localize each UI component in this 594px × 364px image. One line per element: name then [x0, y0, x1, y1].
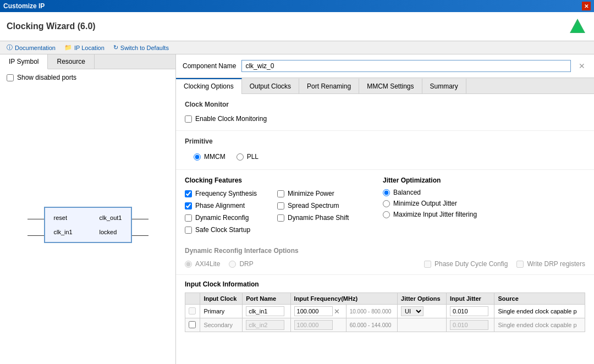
primary-input-clock-cell: Primary [200, 305, 243, 318]
primary-checkbox-cell [185, 305, 200, 318]
tab-ip-symbol[interactable]: IP Symbol [0, 54, 48, 69]
secondary-input-clock-cell: Secondary [200, 318, 243, 332]
table-row: Secondary 60.000 - 144.000 [185, 318, 585, 332]
dynamic-phase-shift-checkbox[interactable] [277, 214, 284, 222]
show-disabled-label: Show disabled ports [17, 74, 76, 81]
ip-location-button[interactable]: 📁 IP Location [64, 44, 105, 51]
app-logo [568, 16, 587, 36]
app-header: Clocking Wizard (6.0) [0, 12, 594, 41]
secondary-freq-range-cell: 60.000 - 144.000 [346, 318, 397, 332]
drp-label: DRP [239, 260, 253, 268]
tab-mmcm-settings[interactable]: MMCM Settings [359, 78, 422, 93]
clocking-features-col: Clocking Features Frequency Synthesis Mi… [176, 170, 374, 241]
mmcm-radio[interactable] [194, 153, 201, 161]
phase-alignment-label: Phase Alignment [195, 202, 245, 209]
switch-to-defaults-label: Switch to Defaults [120, 45, 169, 51]
close-button[interactable]: ✕ [582, 2, 591, 10]
symbol-area: reset clk_in1 clk_out1 [0, 86, 175, 364]
minimize-power-checkbox[interactable] [277, 190, 284, 197]
documentation-label: Documentation [15, 45, 56, 51]
dynamic-reconfig-label: Dynamic Reconfig [195, 214, 249, 222]
switch-to-defaults-button[interactable]: ↻ Switch to Defaults [113, 44, 169, 51]
dynamic-reconfig-checkbox[interactable] [185, 214, 192, 222]
spread-spectrum-checkbox[interactable] [277, 202, 284, 209]
primary-freq-input[interactable] [294, 306, 333, 316]
clkout1-port: clk_out1 [100, 214, 122, 221]
write-drp-label: Write DRP registers [527, 260, 585, 268]
enable-clock-monitoring-label: Enable Clock Monitoring [195, 115, 267, 123]
primary-freq-clear[interactable]: ✕ [334, 308, 340, 315]
write-drp-row: Write DRP registers [516, 259, 585, 269]
primary-source-cell: Single ended clock capable p [494, 305, 585, 318]
primary-port-name-input[interactable] [246, 306, 284, 316]
dynamic-phase-shift-row: Dynamic Phase Shift [277, 213, 365, 223]
mmcm-label: MMCM [204, 153, 226, 161]
primary-input-jitter-input[interactable] [450, 306, 488, 316]
phase-alignment-row: Phase Alignment [185, 201, 273, 211]
minimize-output-jitter-row: Minimize Output Jitter [383, 200, 585, 207]
chip-symbol: reset clk_in1 clk_out1 [44, 207, 132, 243]
primary-freq-range: 10.000 - 800.000 [350, 308, 392, 315]
secondary-source-text: Single ended clock capable p [498, 322, 576, 328]
axi4lite-radio[interactable] [185, 261, 192, 268]
drp-radio[interactable] [229, 261, 236, 268]
enable-clock-monitoring-row: Enable Clock Monitoring [185, 114, 585, 124]
minimize-output-jitter-radio[interactable] [383, 200, 390, 207]
th-port-name: Port Name [243, 293, 290, 305]
secondary-checkbox-cell [185, 318, 200, 332]
pll-radio[interactable] [237, 153, 244, 161]
tab-summary[interactable]: Summary [422, 78, 466, 93]
reset-port: reset [54, 214, 73, 221]
app-title: Clocking Wizard (6.0) [7, 21, 96, 31]
jitter-optimization-col: Jitter Optimization Balanced Minimize Ou… [374, 170, 594, 241]
maximize-input-jitter-radio[interactable] [383, 211, 390, 218]
th-source: Source [494, 293, 585, 305]
safe-clock-startup-checkbox[interactable] [185, 227, 192, 234]
tab-port-renaming[interactable]: Port Renaming [299, 78, 359, 93]
th-jitter-options: Jitter Options [398, 293, 447, 305]
component-name-clear-button[interactable]: ✕ [576, 62, 587, 70]
primary-jitter-options-select[interactable]: UI PS [401, 306, 424, 316]
primary-input-jitter-cell [447, 305, 494, 318]
documentation-button[interactable]: ⓘ Documentation [7, 43, 56, 52]
freq-synthesis-label: Frequency Synthesis [195, 190, 257, 197]
write-drp-checkbox[interactable] [516, 261, 524, 268]
th-input-clock: Input Clock [200, 293, 243, 305]
clkin1-port: clk_in1 [54, 229, 73, 235]
secondary-freq-input[interactable] [294, 320, 333, 330]
tab-clocking-options[interactable]: Clocking Options [176, 78, 242, 94]
clkout1-port-line [132, 219, 148, 219]
secondary-source-cell: Single ended clock capable p [494, 318, 585, 332]
primitive-section: Primitive MMCM PLL [176, 131, 594, 170]
enable-clock-monitoring-checkbox[interactable] [185, 115, 192, 123]
balanced-label: Balanced [393, 189, 421, 196]
minimize-power-row: Minimize Power [277, 189, 365, 198]
clock-table: Input Clock Port Name Input Frequency(MH… [185, 293, 585, 332]
clocking-features-grid: Frequency Synthesis Minimize Power Phase… [185, 189, 365, 235]
show-disabled-checkbox[interactable] [7, 74, 14, 81]
table-row: Primary ✕ [185, 305, 585, 318]
title-bar: Customize IP ✕ [0, 0, 594, 12]
secondary-checkbox[interactable] [189, 321, 196, 328]
refresh-icon: ↻ [113, 44, 118, 51]
tab-content: Clock Monitor Enable Clock Monitoring Pr… [176, 94, 594, 364]
component-name-input[interactable] [241, 60, 571, 72]
phase-alignment-checkbox[interactable] [185, 202, 192, 209]
primary-jitter-options-cell: UI PS [398, 305, 447, 318]
balanced-radio[interactable] [383, 189, 390, 196]
jitter-radio-group: Balanced Minimize Output Jitter Maximize… [383, 189, 585, 218]
secondary-port-name-input[interactable] [246, 320, 284, 330]
clock-table-header: Input Clock Port Name Input Frequency(MH… [185, 293, 585, 305]
minimize-output-jitter-label: Minimize Output Jitter [393, 200, 457, 207]
maximize-input-jitter-row: Maximize Input Jitter filtering [383, 211, 585, 218]
phase-duty-cycle-checkbox[interactable] [424, 261, 431, 268]
clocking-features-title: Clocking Features [185, 177, 365, 184]
tab-output-clocks[interactable]: Output Clocks [242, 78, 299, 93]
secondary-input-jitter-input[interactable] [450, 320, 488, 330]
dynamic-reconfig-row: AXI4Lite DRP Phase Duty Cycle Config [185, 259, 585, 269]
primitive-title: Primitive [185, 137, 585, 145]
axi4lite-row: AXI4Lite [185, 260, 220, 268]
tab-resource[interactable]: Resource [48, 54, 94, 69]
freq-synthesis-checkbox[interactable] [185, 190, 192, 197]
secondary-input-jitter-cell [447, 318, 494, 332]
